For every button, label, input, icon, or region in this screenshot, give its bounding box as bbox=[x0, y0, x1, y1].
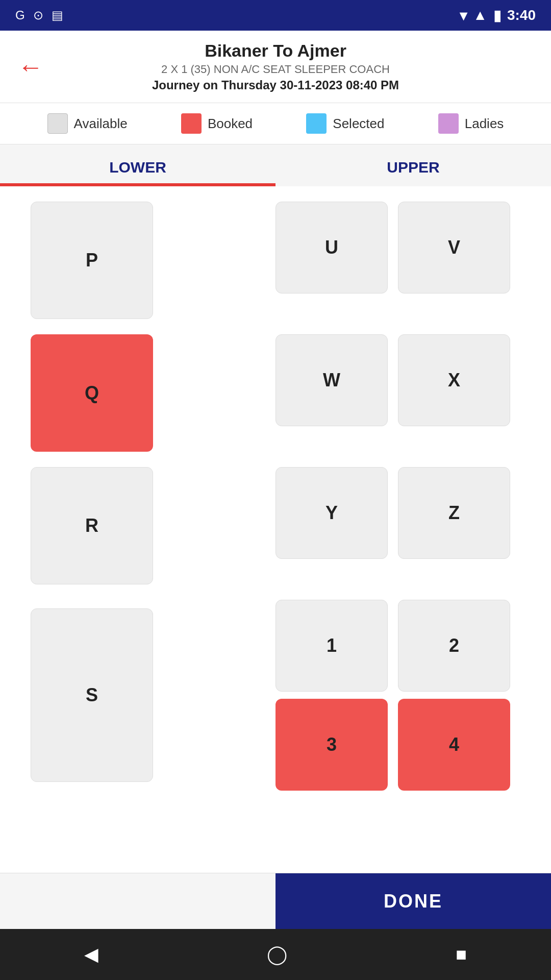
seat-P[interactable]: P bbox=[31, 202, 153, 319]
seat-layout: P U V Q W X bbox=[0, 186, 551, 873]
time-display: 3:40 bbox=[507, 7, 536, 23]
route-title: Bikaner To Ajmer bbox=[15, 41, 536, 61]
left-col-p: P bbox=[31, 202, 153, 319]
nav-recent-icon[interactable]: ■ bbox=[456, 944, 467, 965]
s-right-bottom: 3 4 bbox=[276, 699, 520, 791]
ladies-box bbox=[438, 113, 459, 134]
back-button[interactable]: ← bbox=[15, 52, 46, 82]
seat-row-qwx: Q W X bbox=[31, 334, 520, 452]
legend: Available Booked Selected Ladies bbox=[0, 103, 551, 144]
header: ← Bikaner To Ajmer 2 X 1 (35) NON A/C SE… bbox=[0, 31, 551, 103]
seat-S[interactable]: S bbox=[31, 608, 153, 782]
booked-box bbox=[181, 113, 202, 134]
header-center: Bikaner To Ajmer 2 X 1 (35) NON A/C SEAT… bbox=[15, 41, 536, 92]
seat-4[interactable]: 4 bbox=[398, 699, 510, 791]
tab-lower[interactable]: LOWER bbox=[0, 144, 276, 186]
seat-row-ryz: R Y Z bbox=[31, 467, 520, 584]
seat-Z[interactable]: Z bbox=[398, 467, 510, 559]
nav-home-icon[interactable]: ◯ bbox=[267, 944, 287, 965]
legend-selected: Selected bbox=[306, 113, 384, 134]
selected-box bbox=[306, 113, 327, 134]
network-icon: ▲ bbox=[473, 7, 487, 23]
back-icon: ← bbox=[18, 52, 43, 82]
legend-available: Available bbox=[47, 113, 128, 134]
bottom-bar-empty bbox=[0, 873, 276, 929]
seat-X[interactable]: X bbox=[398, 334, 510, 426]
seat-1[interactable]: 1 bbox=[276, 600, 388, 692]
clock-icon: ⊙ bbox=[33, 8, 43, 22]
right-col-wx: W X bbox=[276, 334, 520, 452]
left-col-r: R bbox=[31, 467, 153, 584]
done-button[interactable]: DONE bbox=[276, 873, 551, 929]
tabs: LOWER UPPER bbox=[0, 144, 551, 186]
seat-3[interactable]: 3 bbox=[276, 699, 388, 791]
right-col-yz: Y Z bbox=[276, 467, 520, 584]
s-right-top: 1 2 bbox=[276, 600, 520, 692]
journey-info: Journey on Thursday 30-11-2023 08:40 PM bbox=[15, 78, 536, 92]
coach-info: 2 X 1 (35) NON A/C SEAT SLEEPER COACH bbox=[15, 63, 536, 76]
seat-U[interactable]: U bbox=[276, 202, 388, 293]
seat-2[interactable]: 2 bbox=[398, 600, 510, 692]
nav-back-icon[interactable]: ◀ bbox=[84, 944, 98, 965]
legend-booked: Booked bbox=[181, 113, 253, 134]
seat-R[interactable]: R bbox=[31, 467, 153, 584]
seat-Q[interactable]: Q bbox=[31, 334, 153, 452]
seat-W[interactable]: W bbox=[276, 334, 388, 426]
google-icon: G bbox=[15, 8, 25, 22]
seat-row-puv: P U V bbox=[31, 202, 520, 319]
status-bar-right: ▾ ▲ ▮ 3:40 bbox=[460, 7, 536, 24]
sim-icon: ▤ bbox=[52, 8, 63, 22]
right-col-uv: U V bbox=[276, 202, 520, 319]
battery-icon: ▮ bbox=[493, 7, 501, 24]
booked-label: Booked bbox=[208, 116, 253, 132]
left-col-q: Q bbox=[31, 334, 153, 452]
selected-label: Selected bbox=[333, 116, 384, 132]
available-box bbox=[47, 113, 68, 134]
legend-ladies: Ladies bbox=[438, 113, 504, 134]
status-bar-left: G ⊙ ▤ bbox=[15, 8, 63, 22]
tab-upper[interactable]: UPPER bbox=[276, 144, 551, 186]
wifi-icon: ▾ bbox=[460, 7, 467, 24]
left-col-s: S bbox=[31, 600, 153, 791]
ladies-label: Ladies bbox=[465, 116, 504, 132]
seat-V[interactable]: V bbox=[398, 202, 510, 293]
bottom-bar: DONE bbox=[0, 873, 551, 929]
available-label: Available bbox=[74, 116, 128, 132]
seat-Y[interactable]: Y bbox=[276, 467, 388, 559]
nav-bar: ◀ ◯ ■ bbox=[0, 929, 551, 980]
s-right-group: 1 2 3 4 bbox=[276, 600, 520, 791]
status-bar: G ⊙ ▤ ▾ ▲ ▮ 3:40 bbox=[0, 0, 551, 31]
seat-row-s1234: S 1 2 3 4 bbox=[31, 600, 520, 791]
